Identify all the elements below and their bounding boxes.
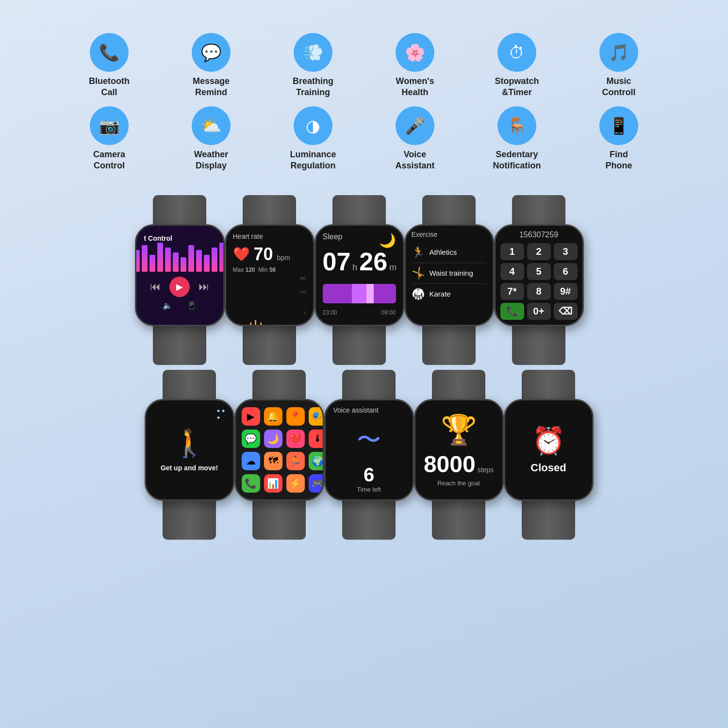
steps-screen: 🏆 8000 steps Reach the goal bbox=[415, 400, 502, 499]
watch-band-top bbox=[243, 195, 296, 224]
feature-item: 📱Find Phone bbox=[570, 102, 667, 176]
features-grid: 📞Bluetooth Call💬Message Remind💨Breathing… bbox=[0, 24, 728, 181]
watch-body: Sleep 🌙 07 h 26 m 23:00 08:00 bbox=[314, 224, 404, 326]
exercise-waist[interactable]: 🤸 Waist training bbox=[412, 263, 487, 284]
steps-goal: Reach the goal bbox=[437, 480, 480, 487]
feature-item: 📷Camera Control bbox=[61, 102, 158, 176]
watch-band-top bbox=[163, 370, 216, 399]
dial-key-7[interactable]: 7* bbox=[500, 283, 524, 300]
app-icon-0[interactable]: ▶ bbox=[242, 407, 260, 426]
feature-icon: 📷 bbox=[90, 106, 129, 145]
dial-key-0[interactable]: 0+ bbox=[527, 303, 551, 320]
volume-icon[interactable]: 🔈 bbox=[163, 301, 172, 310]
app-icon-15[interactable]: 🎮 bbox=[309, 474, 323, 493]
phone-screen: 156307259 1234567*89#📞0+⌫ bbox=[496, 226, 582, 325]
bpm-unit: bpm bbox=[277, 254, 290, 262]
app-icon-1[interactable]: 🔔 bbox=[264, 407, 282, 426]
watch-side-button bbox=[593, 443, 594, 457]
app-icon-5[interactable]: 🌙 bbox=[264, 430, 282, 448]
athletics-label: Athletics bbox=[430, 248, 457, 256]
steps-number: 8000 bbox=[424, 451, 476, 478]
sleep-light-bar bbox=[352, 284, 366, 303]
app-icon-9[interactable]: 🗺 bbox=[264, 452, 282, 470]
dial-key-6[interactable]: 6 bbox=[554, 263, 578, 280]
feature-label: Find Phone bbox=[605, 149, 632, 172]
exercise-athletics[interactable]: 🏃 Athletics bbox=[412, 242, 487, 263]
watch-band-bottom bbox=[153, 326, 206, 365]
watch-band-bottom bbox=[512, 326, 565, 365]
music-bar bbox=[165, 248, 171, 272]
watch: t Control ⏮ ▶ ⏭ 🔈 📱 bbox=[135, 195, 225, 365]
dial-key-1[interactable]: 1 bbox=[500, 243, 524, 260]
dial-key-9[interactable]: 9# bbox=[554, 283, 578, 300]
watch: ⏰ Closed bbox=[504, 370, 594, 540]
watch-screen: 🏆 8000 steps Reach the goal bbox=[415, 400, 502, 499]
feature-label: Luminance Regulation bbox=[290, 149, 336, 172]
app-icon-2[interactable]: 📍 bbox=[286, 407, 305, 426]
page-title bbox=[0, 0, 728, 24]
feature-row-2: 📷Camera Control⛅Weather Display◑Luminanc… bbox=[29, 102, 699, 176]
feature-item: ◑Luminance Regulation bbox=[265, 102, 362, 176]
watch: Sleep 🌙 07 h 26 m 23:00 08:00 bbox=[314, 195, 404, 365]
dial-key-5[interactable]: 5 bbox=[527, 263, 551, 280]
feature-icon: 💨 bbox=[294, 33, 332, 72]
feature-label: Women's Health bbox=[396, 76, 434, 99]
app-icon-7[interactable]: 🌡 bbox=[309, 430, 323, 448]
watch-band-bottom bbox=[432, 501, 485, 540]
heart-chart: 200 100 0 00:00 12:00 24:00 bbox=[233, 276, 306, 325]
dial-key-8[interactable]: 8 bbox=[527, 283, 551, 300]
watch: 156307259 1234567*89#📞0+⌫ bbox=[494, 195, 584, 365]
dial-key-4[interactable]: 4 bbox=[500, 263, 524, 280]
feature-label: Breathing Training bbox=[293, 76, 333, 99]
music-bar bbox=[212, 248, 217, 272]
dial-key-[interactable]: ⌫ bbox=[554, 303, 578, 320]
steps-count: 8000 steps bbox=[424, 451, 494, 478]
phone-icon: 📱 bbox=[187, 301, 197, 310]
app-icon-13[interactable]: 📊 bbox=[264, 474, 282, 493]
music-bar bbox=[188, 245, 194, 272]
feature-label: Sedentary Notification bbox=[493, 149, 541, 172]
app-icon-11[interactable]: 🌍 bbox=[309, 452, 323, 470]
sleep-h-unit: h bbox=[352, 263, 357, 273]
watch-side-button bbox=[583, 268, 584, 282]
app-icon-6[interactable]: ❤️ bbox=[286, 430, 305, 448]
watch-body: ⏰ Closed bbox=[504, 399, 594, 501]
dial-key-2[interactable]: 2 bbox=[527, 243, 551, 260]
app-icon-8[interactable]: ☁ bbox=[242, 452, 260, 470]
watch-band-bottom bbox=[243, 326, 296, 365]
watch-screen: Heart rate ❤️ 70 bpm Max 120 Min 56 200 … bbox=[226, 226, 313, 325]
watch-body: Voice assistant 〜 6 Time left bbox=[324, 399, 414, 501]
watch-band-top bbox=[432, 370, 485, 399]
watch-band-top bbox=[422, 195, 476, 224]
app-icon-14[interactable]: ⚡ bbox=[286, 474, 305, 493]
watch-band-top bbox=[512, 195, 565, 224]
watch-screen: Sleep 🌙 07 h 26 m 23:00 08:00 bbox=[316, 226, 403, 325]
prev-icon[interactable]: ⏮ bbox=[150, 281, 161, 293]
volume-row: 🔈 📱 bbox=[163, 301, 197, 310]
dial-key-[interactable]: 📞 bbox=[500, 303, 524, 320]
watch-band-bottom bbox=[522, 501, 575, 540]
app-icon-10[interactable]: 🏃 bbox=[286, 452, 305, 470]
app-icon-4[interactable]: 💬 bbox=[242, 430, 260, 448]
exercise-title: Exercise bbox=[412, 231, 487, 238]
dial-key-3[interactable]: 3 bbox=[554, 243, 578, 260]
music-controls[interactable]: ⏮ ▶ ⏭ bbox=[150, 277, 209, 297]
app-icon-12[interactable]: 📞 bbox=[242, 474, 260, 493]
dialpad: 1234567*89#📞0+⌫ bbox=[500, 243, 578, 320]
music-bar bbox=[219, 243, 223, 272]
feature-icon: 🪑 bbox=[497, 106, 536, 145]
next-icon[interactable]: ⏭ bbox=[199, 281, 209, 293]
watch-body: 156307259 1234567*89#📞0+⌫ bbox=[494, 224, 584, 326]
play-button[interactable]: ▶ bbox=[169, 277, 190, 297]
app-icon-3[interactable]: 🎭 bbox=[309, 407, 323, 426]
feature-icon: 📞 bbox=[90, 33, 129, 72]
sleep-start-time: 23:00 bbox=[323, 309, 337, 316]
sleep-bar bbox=[323, 284, 396, 303]
exercise-karate[interactable]: 🥋 Karate bbox=[412, 284, 487, 304]
watch-band-bottom bbox=[342, 501, 396, 540]
heart-main: ❤️ 70 bpm bbox=[233, 244, 306, 265]
feature-icon: 🎤 bbox=[396, 106, 434, 145]
watch-band-top bbox=[342, 370, 396, 399]
watch: Exercise 🏃 Athletics 🤸 Waist training 🥋 … bbox=[404, 195, 494, 365]
heart-chart-bars bbox=[233, 315, 306, 325]
